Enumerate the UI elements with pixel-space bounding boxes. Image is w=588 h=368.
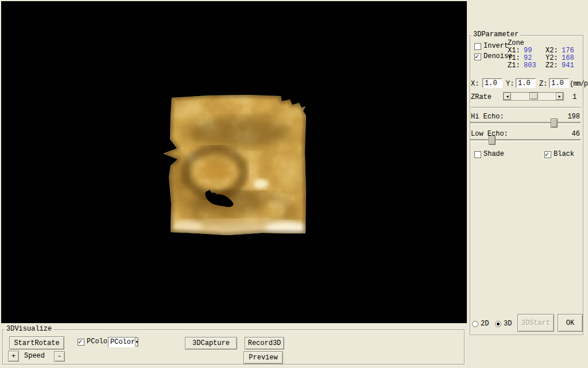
- zone-z2-value: 941: [562, 62, 574, 70]
- zone-z1-label: Z1:: [508, 62, 520, 70]
- arrow-right-icon: ►: [558, 94, 560, 99]
- pcolor-dropdown-value: PColor: [109, 339, 135, 346]
- zrate-scroll-right-button[interactable]: ►: [556, 93, 563, 100]
- radio-2d-circle[interactable]: [472, 321, 478, 327]
- y-scale-input[interactable]: [516, 78, 536, 88]
- radio-3d-circle[interactable]: [495, 321, 501, 327]
- radio-3d[interactable]: 3D: [495, 320, 512, 328]
- render-viewport[interactable]: [1, 1, 467, 323]
- hi-echo-value: 198: [563, 113, 580, 121]
- 3dcapture-button[interactable]: 3DCapture: [185, 337, 237, 350]
- speed-plus-button[interactable]: +: [8, 351, 19, 362]
- scale-unit-label: (mm/p): [570, 80, 588, 88]
- app-window: 3DParameter ✓ Invert ✓ Denoise Zone X1: …: [0, 0, 588, 368]
- zrate-scrollbar[interactable]: ◄ ►: [503, 92, 564, 101]
- pcolor-dropdown-button[interactable]: ▼: [135, 338, 138, 347]
- preview-button[interactable]: Preview: [243, 351, 283, 364]
- invert-checkbox-box[interactable]: ✓: [474, 43, 481, 50]
- chevron-down-icon: ▼: [136, 340, 138, 344]
- zone-z2-label: Z2:: [546, 62, 558, 70]
- x-scale-input[interactable]: [482, 78, 502, 88]
- shade-checkbox[interactable]: ✓ Shade: [474, 151, 504, 158]
- 3dstart-button[interactable]: 3DStart: [517, 314, 554, 332]
- hi-echo-label: Hi Echo:: [471, 113, 504, 121]
- invert-checkbox[interactable]: ✓ Invert: [474, 43, 508, 50]
- hi-echo-slider-thumb[interactable]: [551, 118, 558, 128]
- radio-3d-label: 3D: [504, 320, 512, 328]
- pcolor-checkbox-box[interactable]: ✓: [78, 339, 84, 346]
- zrate-value: 1: [572, 94, 577, 101]
- arrow-left-icon: ◄: [506, 94, 508, 99]
- zone-z1-value: 803: [524, 62, 536, 70]
- black-checkbox[interactable]: ✓ Black: [544, 151, 574, 158]
- black-checkbox-box[interactable]: ✓: [544, 151, 551, 158]
- low-echo-slider-track[interactable]: [470, 139, 581, 141]
- hi-echo-slider-track[interactable]: [470, 122, 581, 124]
- radio-dot: [497, 323, 500, 325]
- denoise-checkbox-box[interactable]: ✓: [474, 53, 481, 60]
- low-echo-slider-thumb[interactable]: [489, 136, 496, 145]
- pcolor-dropdown[interactable]: PColor ▼: [108, 337, 137, 347]
- zrate-scroll-left-button[interactable]: ◄: [504, 93, 511, 100]
- radio-2d-label: 2D: [481, 320, 489, 328]
- zrate-label: ZRate: [471, 94, 492, 101]
- start-rotate-button[interactable]: StartRotate: [9, 336, 64, 350]
- check-icon: ✓: [78, 338, 82, 346]
- separator: [471, 107, 581, 108]
- parameter-group-title: 3DParameter: [471, 31, 520, 39]
- shade-checkbox-box[interactable]: ✓: [474, 151, 481, 158]
- record3d-button[interactable]: Record3D: [245, 337, 284, 350]
- zrate-scroll-thumb[interactable]: [529, 93, 538, 99]
- radio-2d[interactable]: 2D: [472, 320, 489, 328]
- invert-label: Invert: [483, 43, 508, 50]
- pcolor-checkbox[interactable]: ✓ PColor: [78, 338, 111, 346]
- speed-label: Speed: [24, 352, 45, 360]
- check-icon: ✓: [545, 150, 549, 159]
- shade-label: Shade: [483, 151, 504, 158]
- denoise-checkbox[interactable]: ✓ Denoise: [474, 53, 512, 60]
- check-icon: ✓: [475, 52, 479, 61]
- volume-render: [1, 1, 467, 323]
- y-scale-label: Y:: [506, 80, 514, 88]
- z-scale-input[interactable]: [549, 78, 569, 88]
- visualize-group-title: 3DVisualize: [5, 325, 53, 333]
- render-volume-block: [156, 87, 317, 243]
- x-scale-label: X:: [471, 80, 479, 88]
- speed-minus-button[interactable]: -: [54, 351, 65, 362]
- low-echo-value: 46: [563, 131, 580, 138]
- z-scale-label: Z:: [539, 80, 547, 88]
- black-label: Black: [554, 151, 574, 158]
- ok-button[interactable]: OK: [558, 314, 583, 332]
